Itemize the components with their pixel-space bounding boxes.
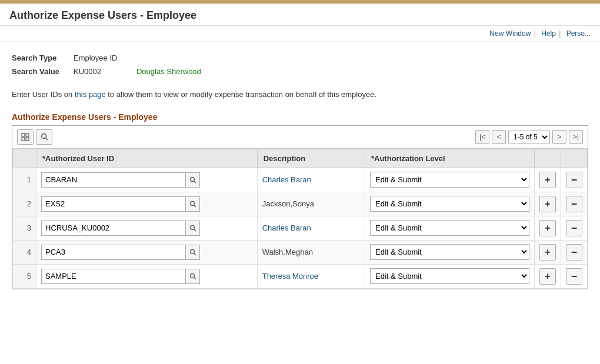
- userid-input-wrapper: [41, 269, 200, 284]
- table-container: |< < 1-5 of 5 > >| *Authorized User ID D…: [12, 125, 588, 289]
- description-cell: Walsh,Meghan: [257, 240, 365, 264]
- userid-cell: [36, 216, 258, 240]
- authlevel-cell: Edit & SubmitView OnlyModify Only: [365, 168, 534, 192]
- row-number: 1: [13, 168, 36, 192]
- help-link[interactable]: Help: [541, 29, 556, 38]
- remove-row-button[interactable]: −: [566, 196, 582, 212]
- svg-line-13: [194, 253, 195, 255]
- search-value-row: Search Value KU0002 Douglas Sherwood: [12, 67, 588, 76]
- grid-view-button[interactable]: [17, 129, 34, 145]
- userid-input[interactable]: [42, 221, 185, 235]
- userid-search-button[interactable]: [185, 173, 199, 187]
- personalize-link[interactable]: Perso...: [566, 29, 591, 38]
- table-toolbar: |< < 1-5 of 5 > >|: [12, 126, 588, 149]
- col-header-remove: [561, 149, 588, 168]
- description-cell: Charles Baran: [257, 168, 365, 192]
- userid-search-button[interactable]: [185, 245, 199, 259]
- add-cell: +: [535, 216, 561, 240]
- page-title: Authorize Expense Users - Employee: [9, 9, 196, 21]
- next-page-button[interactable]: >: [552, 130, 566, 144]
- remove-row-button[interactable]: −: [566, 244, 582, 261]
- add-cell: +: [535, 168, 561, 192]
- table-row: 2 Jackson,Sonya Edit & SubmitView OnlyMo…: [13, 192, 588, 216]
- userid-input[interactable]: [42, 245, 185, 259]
- description-link[interactable]: Theresa Monroe: [262, 272, 318, 280]
- userid-input[interactable]: [42, 173, 185, 186]
- search-value-name: Douglas Sherwood: [136, 67, 201, 76]
- svg-line-15: [194, 277, 195, 279]
- svg-rect-1: [26, 133, 29, 136]
- row-number: 3: [13, 216, 36, 240]
- prev-page-button[interactable]: <: [492, 130, 506, 144]
- remove-row-button[interactable]: −: [566, 268, 582, 285]
- authlevel-cell: Edit & SubmitView OnlyModify Only: [365, 264, 534, 288]
- row-number: 5: [13, 264, 36, 288]
- userid-cell: [36, 192, 258, 216]
- add-row-button[interactable]: +: [539, 196, 556, 212]
- remove-row-button[interactable]: −: [566, 172, 582, 188]
- col-header-add: [535, 149, 561, 168]
- authlevel-cell: Edit & SubmitView OnlyModify Only: [365, 216, 534, 240]
- userid-search-button[interactable]: [185, 221, 199, 235]
- userid-search-button[interactable]: [185, 197, 199, 211]
- userid-input-wrapper: [41, 196, 200, 212]
- remove-cell: −: [561, 216, 588, 240]
- description-link[interactable]: Charles Baran: [262, 223, 311, 232]
- svg-rect-2: [22, 138, 25, 141]
- data-table: *Authorized User ID Description *Authori…: [12, 149, 588, 289]
- userid-input[interactable]: [42, 269, 185, 283]
- auth-level-select[interactable]: Edit & SubmitView OnlyModify Only: [370, 268, 529, 284]
- auth-level-select[interactable]: Edit & SubmitView OnlyModify Only: [370, 220, 529, 236]
- sep1: |: [534, 29, 536, 38]
- svg-point-6: [190, 177, 194, 181]
- svg-rect-3: [26, 138, 29, 141]
- description-link[interactable]: Charles Baran: [262, 175, 311, 184]
- svg-point-10: [190, 225, 194, 229]
- table-row: 5 Theresa Monroe Edit & SubmitView OnlyM…: [13, 264, 588, 288]
- this-page-link[interactable]: this page: [75, 90, 106, 99]
- search-type-label: Search Type: [12, 54, 74, 62]
- row-number: 2: [13, 192, 36, 216]
- remove-row-button[interactable]: −: [566, 220, 582, 236]
- remove-cell: −: [561, 192, 588, 216]
- userid-cell: [36, 168, 258, 192]
- svg-line-5: [45, 138, 48, 141]
- description-text: Jackson,Sonya: [262, 199, 314, 208]
- authlevel-cell: Edit & SubmitView OnlyModify Only: [365, 240, 534, 264]
- add-row-button[interactable]: +: [539, 220, 556, 236]
- userid-input-wrapper: [41, 245, 200, 260]
- last-page-button[interactable]: >|: [569, 130, 583, 144]
- first-page-button[interactable]: |<: [475, 130, 489, 144]
- section-title: Authorize Expense Users - Employee: [0, 106, 600, 125]
- auth-level-select[interactable]: Edit & SubmitView OnlyModify Only: [370, 172, 529, 188]
- add-row-button[interactable]: +: [539, 268, 556, 285]
- userid-input[interactable]: [42, 197, 185, 211]
- description-cell: Charles Baran: [257, 216, 365, 240]
- svg-rect-0: [22, 133, 25, 136]
- description-text: Walsh,Meghan: [262, 248, 313, 256]
- toolbar-right: |< < 1-5 of 5 > >|: [475, 130, 583, 144]
- add-row-button[interactable]: +: [539, 244, 556, 261]
- add-cell: +: [535, 240, 561, 264]
- col-header-userid: *Authorized User ID: [36, 149, 258, 168]
- search-type-value: Employee ID: [74, 54, 117, 62]
- page-select[interactable]: 1-5 of 5: [508, 131, 550, 143]
- svg-line-11: [194, 229, 195, 231]
- userid-cell: [36, 264, 258, 288]
- auth-level-select[interactable]: Edit & SubmitView OnlyModify Only: [370, 196, 529, 212]
- svg-point-14: [190, 273, 194, 278]
- add-row-button[interactable]: +: [539, 172, 556, 188]
- userid-input-wrapper: [41, 172, 200, 188]
- auth-level-select[interactable]: Edit & SubmitView OnlyModify Only: [370, 244, 529, 260]
- search-toolbar-button[interactable]: [36, 129, 52, 145]
- top-links: New Window | Help | Perso...: [0, 26, 600, 42]
- add-cell: +: [535, 264, 561, 288]
- new-window-link[interactable]: New Window: [489, 29, 531, 38]
- userid-search-button[interactable]: [185, 269, 199, 283]
- info-text: Enter User IDs on this page to allow the…: [0, 86, 600, 106]
- search-value-label: Search Value: [12, 67, 74, 76]
- table-row: 1 Charles Baran Edit & SubmitView OnlyMo…: [13, 168, 588, 192]
- description-cell: Jackson,Sonya: [257, 192, 365, 216]
- row-number: 4: [13, 240, 36, 264]
- col-header-authlevel: *Authorization Level: [365, 149, 534, 168]
